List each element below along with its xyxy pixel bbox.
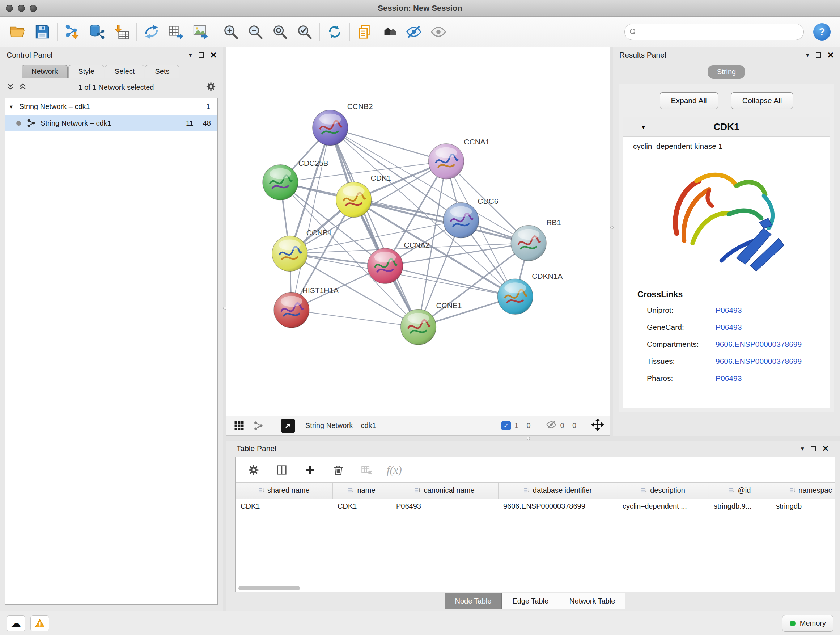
- new-network-from-selection-button[interactable]: [141, 21, 162, 42]
- crosslink-link[interactable]: P06493: [715, 323, 742, 332]
- cloud-status-icon[interactable]: ☁: [6, 616, 25, 631]
- zoom-in-button[interactable]: [220, 21, 241, 42]
- import-network-from-database-button[interactable]: [87, 21, 107, 42]
- table-row[interactable]: CDK1CDK1P064939606.ENSP00000378699cyclin…: [235, 499, 835, 514]
- tab-network[interactable]: Network: [22, 65, 68, 78]
- fit-content-crosshair-icon[interactable]: [592, 418, 604, 432]
- save-session-button[interactable]: [32, 21, 53, 42]
- collapse-panel-icon[interactable]: ▾: [189, 51, 192, 59]
- network-node-RB1[interactable]: RB1: [511, 218, 561, 261]
- zoom-fit-button[interactable]: [270, 21, 291, 42]
- float-panel-icon[interactable]: [199, 52, 204, 58]
- export-network-button[interactable]: [166, 21, 187, 42]
- table-hscrollbar-thumb[interactable]: [238, 586, 300, 591]
- tree-disclosure-icon[interactable]: ▾: [10, 103, 19, 110]
- zoom-out-button[interactable]: [245, 21, 266, 42]
- memory-button[interactable]: Memory: [782, 615, 834, 632]
- birdseye-navigator-button[interactable]: [281, 418, 295, 433]
- tab-node-table[interactable]: Node Table: [445, 593, 502, 609]
- table-splitter[interactable]: [226, 435, 840, 440]
- content-area: Control Panel ▾ × NetworkStyleSelectSets…: [0, 47, 840, 611]
- crosslink-link[interactable]: P06493: [715, 374, 742, 383]
- column-header-namespac[interactable]: namespac: [771, 483, 835, 499]
- home-button[interactable]: [379, 21, 400, 42]
- column-header-shared-name[interactable]: shared name: [235, 483, 332, 499]
- import-network-from-file-button[interactable]: [62, 21, 83, 42]
- network-edge[interactable]: [330, 128, 418, 327]
- expand-all-trees-icon[interactable]: [19, 82, 27, 92]
- network-edge[interactable]: [385, 266, 515, 296]
- delete-column-trash-icon[interactable]: [330, 462, 346, 478]
- apply-layout-button[interactable]: [324, 21, 345, 42]
- add-column-icon[interactable]: [302, 462, 318, 478]
- collapse-all-trees-icon[interactable]: [6, 82, 14, 92]
- right-splitter[interactable]: [610, 47, 613, 435]
- network-node-HIST1H1A[interactable]: HIST1H1A: [274, 286, 339, 328]
- import-table-button[interactable]: [111, 21, 132, 42]
- tab-sets[interactable]: Sets: [145, 65, 179, 78]
- expand-all-button[interactable]: Expand All: [660, 92, 718, 109]
- network-edge[interactable]: [330, 128, 447, 162]
- tab-network-table[interactable]: Network Table: [559, 593, 625, 609]
- column-header-description[interactable]: description: [617, 483, 709, 499]
- warning-status-icon[interactable]: [30, 616, 49, 631]
- results-float-icon[interactable]: [816, 52, 821, 58]
- network-edge[interactable]: [292, 310, 418, 327]
- column-header-name[interactable]: name: [332, 483, 391, 499]
- table-cell: CDK1: [235, 499, 332, 514]
- copy-document-button[interactable]: [354, 21, 375, 42]
- results-close-icon[interactable]: ×: [828, 50, 834, 60]
- crosslink-link[interactable]: 9606.ENSP00000378699: [715, 357, 802, 366]
- export-image-button[interactable]: [190, 21, 211, 42]
- grid-view-icon[interactable]: [232, 418, 246, 433]
- zoom-selected-button[interactable]: [294, 21, 315, 42]
- network-node-CDC6[interactable]: CDC6: [443, 197, 498, 238]
- table-float-icon[interactable]: [811, 446, 816, 451]
- network-node-CCNA1[interactable]: CCNA1: [428, 138, 489, 179]
- network-node-CCNB1[interactable]: CCNB1: [272, 228, 332, 271]
- network-edge[interactable]: [292, 128, 330, 310]
- table-close-icon[interactable]: ×: [823, 443, 829, 454]
- help-button[interactable]: ?: [813, 23, 831, 41]
- network-node-CDK1[interactable]: CDK1: [336, 174, 391, 218]
- tab-edge-table[interactable]: Edge Table: [502, 593, 559, 609]
- column-header--id[interactable]: @id: [709, 483, 771, 499]
- crosslink-link[interactable]: 9606.ENSP00000378699: [715, 340, 802, 348]
- show-columns-icon[interactable]: [274, 462, 290, 478]
- crosslink-link[interactable]: P06493: [715, 306, 742, 315]
- column-header-canonical-name[interactable]: canonical name: [391, 483, 498, 499]
- window-title: Session: New Session: [0, 4, 840, 13]
- node-label-CDC25B: CDC25B: [298, 159, 328, 167]
- control-panel: Control Panel ▾ × NetworkStyleSelectSets…: [0, 47, 223, 611]
- protein-disclosure-icon[interactable]: ▾: [642, 123, 645, 131]
- results-collapse-icon[interactable]: ▾: [806, 51, 809, 59]
- network-node-CCNB2[interactable]: CCNB2: [313, 102, 373, 146]
- protein-section-header[interactable]: ▾ CDK1: [623, 117, 830, 137]
- hidden-counts: 0 – 0: [561, 421, 576, 430]
- network-collection-row[interactable]: ▾ String Network – cdk1 1: [5, 98, 218, 115]
- network-node-CDKN1A[interactable]: CDKN1A: [497, 272, 562, 314]
- left-splitter[interactable]: [223, 47, 226, 611]
- hide-selected-button[interactable]: [403, 21, 424, 42]
- string-tab-badge[interactable]: String: [707, 65, 745, 79]
- table-settings-gear-icon[interactable]: [246, 462, 262, 478]
- network-row-selected[interactable]: String Network – cdk1 11 48: [5, 115, 218, 131]
- tab-select[interactable]: Select: [105, 65, 145, 78]
- search-input[interactable]: [639, 27, 798, 36]
- close-panel-icon[interactable]: ×: [210, 50, 216, 60]
- network-canvas[interactable]: CCNB2CCNA1CDC25BCDK1CDC6RB1CCNB1CCNA2CDK…: [226, 48, 609, 416]
- network-share-icon[interactable]: [251, 418, 266, 433]
- node-label-CDC6: CDC6: [477, 197, 498, 205]
- selected-checkbox-icon[interactable]: ✓: [501, 421, 511, 431]
- string-network-icon: [27, 119, 36, 128]
- table-collapse-icon[interactable]: ▾: [801, 445, 804, 453]
- table-hscrollbar[interactable]: [235, 585, 835, 592]
- tab-style[interactable]: Style: [68, 65, 104, 78]
- network-options-gear-icon[interactable]: [205, 81, 216, 93]
- show-all-button[interactable]: [428, 21, 449, 42]
- open-session-button[interactable]: [7, 21, 28, 42]
- node-table[interactable]: shared namenamecanonical namedatabase id…: [235, 482, 835, 585]
- column-header-database-identifier[interactable]: database identifier: [498, 483, 617, 499]
- network-collection-label: String Network – cdk1: [19, 103, 90, 111]
- collapse-all-button[interactable]: Collapse All: [731, 92, 793, 109]
